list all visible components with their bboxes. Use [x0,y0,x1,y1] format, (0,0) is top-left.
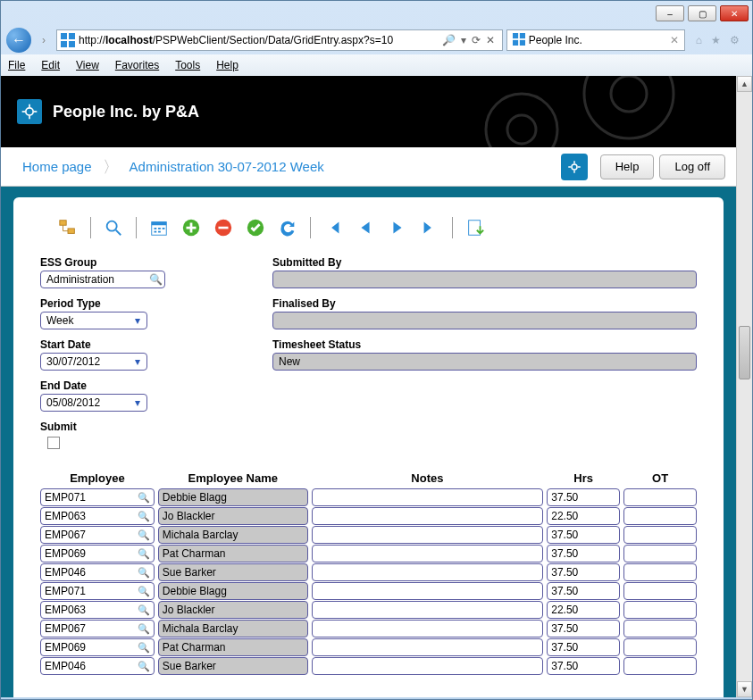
employee-cell[interactable]: EMP046🔍 [40,563,155,581]
scroll-down-icon[interactable]: ▼ [737,681,752,697]
lookup-icon[interactable]: 🔍 [138,547,150,560]
lookup-icon[interactable]: 🔍 [138,641,150,654]
ot-cell[interactable] [623,657,697,675]
hrs-cell[interactable]: 37.50 [547,582,620,600]
employee-cell[interactable]: EMP067🔍 [40,620,155,638]
stop-icon[interactable]: ▾ [461,34,466,46]
dropdown-icon[interactable]: ▾ [130,396,145,410]
ot-cell[interactable] [623,545,697,562]
refresh-icon[interactable] [278,218,297,238]
minimize-button[interactable]: – [656,5,684,21]
ot-cell[interactable] [623,582,697,600]
back-button[interactable]: ← [6,28,31,53]
lookup-icon[interactable]: 🔍 [138,510,150,522]
hrs-cell[interactable]: 37.50 [547,488,620,506]
first-icon[interactable] [323,218,343,238]
calendar-icon[interactable] [149,218,169,238]
logoff-button[interactable]: Log off [659,154,725,179]
menu-edit[interactable]: Edit [41,59,60,71]
menu-file[interactable]: File [8,59,25,71]
hrs-cell[interactable]: 37.50 [547,638,620,656]
employee-cell[interactable]: EMP071🔍 [40,488,155,506]
notes-cell[interactable] [312,507,544,525]
forward-button[interactable]: › [35,31,53,49]
hrs-cell[interactable]: 37.50 [547,545,620,562]
ot-cell[interactable] [623,620,697,638]
export-icon[interactable] [465,218,485,238]
lookup-icon[interactable]: 🔍 [138,585,150,597]
ot-cell[interactable] [623,526,697,544]
stop-x-icon[interactable]: ✕ [486,34,495,46]
add-icon[interactable] [181,218,201,238]
notes-cell[interactable] [312,545,544,562]
ot-cell[interactable] [623,638,697,656]
hrs-cell[interactable]: 37.50 [547,563,620,581]
last-icon[interactable] [420,218,439,238]
ess-group-input[interactable]: Administration 🔍 [40,271,165,288]
lookup-icon[interactable]: 🔍 [138,566,150,579]
help-button[interactable]: Help [600,154,655,179]
tab-close-icon[interactable]: ✕ [670,34,679,46]
employee-cell[interactable]: EMP067🔍 [40,526,155,544]
notes-cell[interactable] [312,488,544,506]
lookup-icon[interactable]: 🔍 [138,491,150,504]
hrs-cell[interactable]: 22.50 [547,507,620,525]
notes-cell[interactable] [312,601,544,619]
hrs-cell[interactable]: 37.50 [547,620,620,638]
breadcrumb-home[interactable]: Home page [12,159,103,174]
employee-cell[interactable]: EMP063🔍 [40,507,155,525]
tools-gear-icon[interactable]: ⚙ [730,34,740,46]
notes-cell[interactable] [312,657,544,675]
ot-cell[interactable] [623,601,697,619]
confirm-icon[interactable] [246,218,265,238]
hrs-cell[interactable]: 37.50 [547,657,620,675]
end-date-input[interactable]: 05/08/2012 ▾ [40,394,147,412]
period-type-select[interactable]: Week ▾ [40,312,147,329]
lookup-icon[interactable]: 🔍 [138,604,150,616]
maximize-button[interactable]: ▢ [688,5,716,21]
tree-icon[interactable] [58,218,78,238]
dropdown-icon[interactable]: ▾ [130,354,145,369]
search-dropdown-icon[interactable]: 🔎 [442,34,456,46]
submit-checkbox[interactable] [47,437,60,449]
ot-cell[interactable] [623,507,697,525]
hrs-cell[interactable]: 37.50 [547,526,620,544]
notes-cell[interactable] [312,526,544,544]
url-box[interactable]: http://localhost/PSPWebClient/Section/Da… [56,29,503,51]
ot-cell[interactable] [623,488,697,506]
scroll-up-icon[interactable]: ▲ [737,76,752,92]
employee-cell[interactable]: EMP069🔍 [40,638,155,656]
employee-cell[interactable]: EMP046🔍 [40,657,155,675]
scroll-thumb[interactable] [739,326,750,379]
notes-cell[interactable] [312,620,544,638]
employee-cell[interactable]: EMP071🔍 [40,582,155,600]
lookup-icon[interactable]: 🔍 [138,660,150,672]
lookup-icon[interactable]: 🔍 [138,622,150,635]
menu-help[interactable]: Help [216,59,238,71]
vertical-scrollbar[interactable]: ▲ ▼ [736,76,752,697]
employee-cell[interactable]: EMP063🔍 [40,601,155,619]
browser-tab[interactable]: People Inc. ✕ [506,29,685,51]
lookup-icon[interactable]: 🔍 [148,272,163,287]
prev-icon[interactable] [356,218,375,238]
menu-favorites[interactable]: Favorites [115,59,159,71]
menu-tools[interactable]: Tools [175,59,200,71]
favorites-icon[interactable]: ★ [711,34,721,46]
breadcrumb-current[interactable]: Administration 30-07-2012 Week [119,159,335,174]
employee-cell[interactable]: EMP069🔍 [40,545,155,562]
settings-gear-button[interactable] [561,154,588,180]
home-icon[interactable]: ⌂ [696,34,702,46]
close-button[interactable]: ✕ [720,5,749,21]
dropdown-icon[interactable]: ▾ [130,313,145,328]
ot-cell[interactable] [623,563,697,581]
notes-cell[interactable] [312,638,544,656]
menu-view[interactable]: View [76,59,99,71]
notes-cell[interactable] [312,563,544,581]
notes-cell[interactable] [312,582,544,600]
next-icon[interactable] [388,218,407,238]
hrs-cell[interactable]: 22.50 [547,601,620,619]
delete-icon[interactable] [213,218,233,238]
lookup-icon[interactable]: 🔍 [138,529,150,541]
start-date-input[interactable]: 30/07/2012 ▾ [40,353,147,371]
refresh-icon[interactable]: ⟳ [472,34,481,46]
